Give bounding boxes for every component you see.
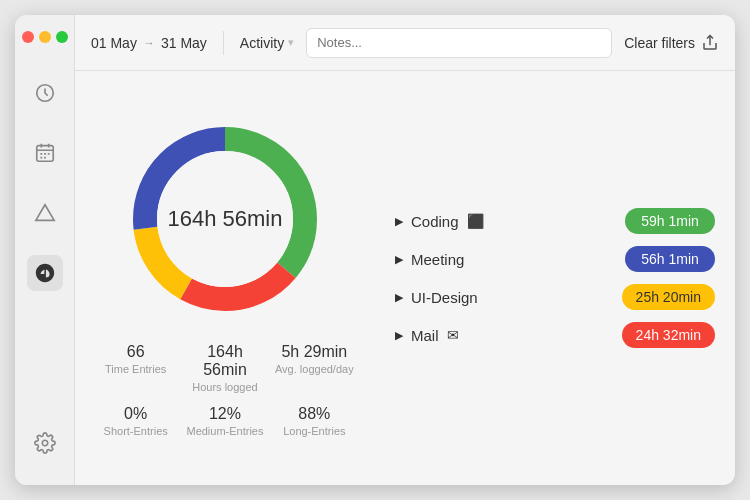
settings-icon[interactable] [27,425,63,461]
stat-label-short: Short-Entries [104,425,168,437]
close-button[interactable] [22,31,34,43]
stat-label-medium: Medium-Entries [186,425,263,437]
mail-icon: ✉ [447,327,459,343]
stat-value-time-entries: 66 [127,343,145,361]
entry-row-ui-design[interactable]: ▶ UI-Design 25h 20min [395,284,715,310]
entry-name-mail: Mail [411,327,439,344]
stat-value-avg: 5h 29min [281,343,347,361]
chart-section: 164h 56min 66 Time Entries 164h 56min Ho… [95,87,355,469]
calendar-icon[interactable] [27,135,63,171]
entry-left-coding: ▶ Coding ⬛ [395,213,484,230]
clear-filters-button[interactable]: Clear filters [624,34,719,52]
time-badge-coding: 59h 1min [625,208,715,234]
stat-long-entries: 88% Long-Entries [274,405,355,437]
stat-label-long: Long-Entries [283,425,345,437]
stat-medium-entries: 12% Medium-Entries [184,405,265,437]
entry-left-meeting: ▶ Meeting [395,251,464,268]
stat-label-avg: Avg. logged/day [275,363,354,375]
entry-row-meeting[interactable]: ▶ Meeting 56h 1min [395,246,715,272]
main-content: 01 May → 31 May Activity ▾ Clear filters [75,15,735,485]
entry-left-ui-design: ▶ UI-Design [395,289,478,306]
time-badge-meeting: 56h 1min [625,246,715,272]
stat-short-entries: 0% Short-Entries [95,405,176,437]
entry-left-mail: ▶ Mail ✉ [395,327,459,344]
stat-time-entries: 66 Time Entries [95,343,176,393]
stat-value-medium: 12% [209,405,241,423]
entry-arrow-coding: ▶ [395,215,403,228]
toolbar: 01 May → 31 May Activity ▾ Clear filters [75,15,735,71]
shapes-icon[interactable] [27,195,63,231]
entry-row-mail[interactable]: ▶ Mail ✉ 24h 32min [395,322,715,348]
entries-list: ▶ Coding ⬛ 59h 1min ▶ Meeting 56h 1min ▶ [375,87,715,469]
activity-selector[interactable]: Activity ▾ [240,35,294,51]
entry-name-meeting: Meeting [411,251,464,268]
chevron-down-icon: ▾ [288,36,294,49]
entry-row-coding[interactable]: ▶ Coding ⬛ 59h 1min [395,208,715,234]
time-badge-mail: 24h 32min [622,322,715,348]
stat-value-long: 88% [298,405,330,423]
stat-avg-day: 5h 29min Avg. logged/day [274,343,355,393]
maximize-button[interactable] [56,31,68,43]
sidebar [15,15,75,485]
entry-arrow-ui-design: ▶ [395,291,403,304]
minimize-button[interactable] [39,31,51,43]
export-icon[interactable] [701,34,719,52]
date-end: 31 May [161,35,207,51]
stat-label-hours: Hours logged [192,381,257,393]
stat-value-short: 0% [124,405,147,423]
notes-input[interactable] [306,28,612,58]
donut-chart: 164h 56min [125,119,325,319]
traffic-lights [22,31,68,43]
clear-filters-label: Clear filters [624,35,695,51]
stat-label-time-entries: Time Entries [105,363,166,375]
entry-arrow-mail: ▶ [395,329,403,342]
time-badge-ui-design: 25h 20min [622,284,715,310]
entry-arrow-meeting: ▶ [395,253,403,266]
entry-name-coding: Coding [411,213,459,230]
activity-label: Activity [240,35,284,51]
stat-value-hours: 164h 56min [184,343,265,379]
toolbar-divider [223,31,224,55]
entry-name-ui-design: UI-Design [411,289,478,306]
stat-hours-logged: 164h 56min Hours logged [184,343,265,393]
date-range[interactable]: 01 May → 31 May [91,35,207,51]
stats-grid: 66 Time Entries 164h 56min Hours logged … [95,343,355,437]
svg-point-12 [42,440,48,446]
content-area: 164h 56min 66 Time Entries 164h 56min Ho… [75,71,735,485]
date-arrow: → [143,36,155,50]
pie-chart-icon[interactable] [27,255,63,291]
coding-icon: ⬛ [467,213,484,229]
date-start: 01 May [91,35,137,51]
clock-icon[interactable] [27,75,63,111]
svg-marker-10 [35,205,53,221]
donut-total-label: 164h 56min [168,206,283,232]
